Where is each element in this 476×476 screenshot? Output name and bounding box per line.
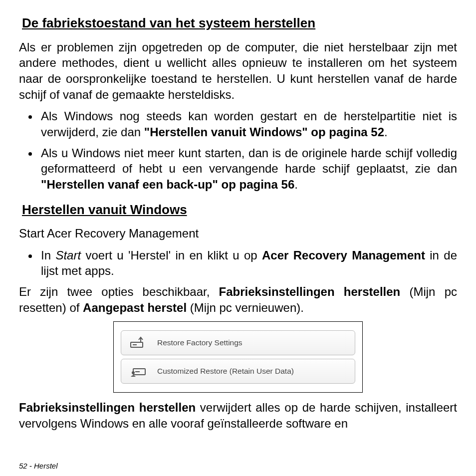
page-footer: 52 - Herstel (19, 462, 58, 470)
text: (Mijn pc vernieuwen). (187, 301, 304, 314)
text: voert u 'Herstel' in en klikt u op (81, 248, 262, 262)
drive-user-icon (129, 364, 147, 378)
text: . (384, 125, 388, 139)
bullet-list: Als Windows nog steeds kan worden gestar… (19, 108, 457, 192)
text: . (294, 178, 298, 191)
ui-term: Acer Recovery Management (262, 248, 425, 262)
cross-reference: "Herstellen vanaf een back-up" op pagina… (41, 178, 294, 191)
option-name: Fabrieksinstellingen herstellen (19, 401, 196, 414)
list-item: Als u Windows niet meer kunt starten, da… (39, 145, 457, 193)
list-item: Als Windows nog steeds kan worden gestar… (39, 108, 457, 140)
paragraph: Als er problemen zijn opgetreden op de c… (19, 39, 457, 103)
drive-upload-icon (129, 336, 147, 350)
section-heading: Herstellen vanuit Windows (22, 202, 457, 218)
svg-point-4 (132, 371, 135, 374)
ui-term: Start (55, 248, 81, 262)
document-page: De fabriekstoestand van het systeem hers… (0, 0, 476, 476)
customized-restore-button[interactable]: Customized Restore (Retain User Data) (121, 359, 355, 384)
paragraph: Start Acer Recovery Management (19, 226, 457, 241)
option-name: Fabrieksinstellingen herstellen (219, 285, 401, 298)
section-heading: De fabriekstoestand van het systeem hers… (22, 15, 457, 31)
list-item: In Start voert u 'Herstel' in en klikt u… (39, 247, 457, 279)
bullet-list: In Start voert u 'Herstel' in en klikt u… (19, 247, 457, 279)
cross-reference: "Herstellen vanuit Windows" op pagina 52 (144, 125, 384, 139)
screenshot-inset: Restore Factory Settings Customized Rest… (113, 321, 363, 393)
option-name: Aangepast herstel (83, 301, 187, 314)
button-label: Restore Factory Settings (157, 338, 242, 347)
paragraph: Er zijn twee opties beschikbaar, Fabriek… (19, 284, 457, 315)
text: Als u Windows niet meer kunt starten, da… (41, 146, 457, 176)
restore-factory-settings-button[interactable]: Restore Factory Settings (121, 330, 355, 355)
text: Er zijn twee opties beschikbaar, (19, 285, 219, 298)
button-label: Customized Restore (Retain User Data) (157, 367, 294, 376)
text: In (41, 248, 55, 262)
paragraph: Fabrieksinstellingen herstellen verwijde… (19, 400, 457, 431)
